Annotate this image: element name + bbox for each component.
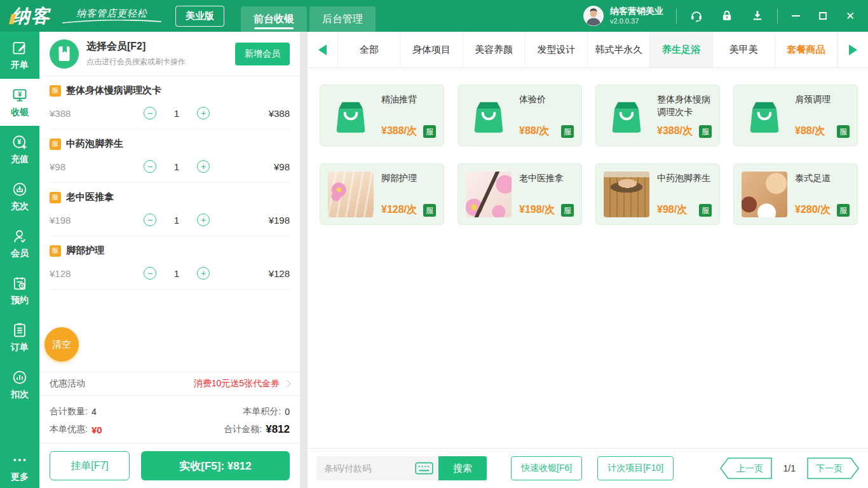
decrease-qty-button[interactable]: −: [144, 267, 156, 280]
product-grid: 精油推背 ¥388/次 服: [308, 68, 868, 448]
product-card[interactable]: 体验价 ¥88/次 服: [458, 85, 582, 146]
add-member-button[interactable]: 新增会员: [235, 43, 290, 65]
category-tab[interactable]: 套餐商品: [775, 32, 837, 67]
product-name: 脚部护理: [381, 172, 436, 184]
cart-item-price: ¥388: [50, 108, 108, 119]
pay-button[interactable]: 实收[F5]: ¥812: [141, 451, 290, 480]
divider: [777, 8, 778, 24]
order-summary: 合计数量:4 本单积分:0 本单优惠:¥0 合计金额:¥812: [39, 396, 300, 443]
prev-page-button[interactable]: 上一页: [720, 458, 772, 479]
account-name: 纳客营销美业: [610, 6, 663, 17]
product-card[interactable]: 整体身体慢病调理次卡 ¥388/次 服: [595, 85, 720, 146]
category-tab[interactable]: 美容养颜: [463, 32, 526, 67]
category-tab[interactable]: 全部: [338, 32, 400, 67]
minimize-button[interactable]: [790, 11, 801, 21]
member-card-icon: [50, 39, 79, 69]
slogan-underline: [61, 20, 163, 24]
decrease-qty-button[interactable]: −: [144, 214, 156, 226]
sidebar-item[interactable]: 预约: [0, 267, 39, 314]
product-price: ¥388/次: [657, 125, 693, 138]
service-badge: 服: [50, 139, 61, 150]
product-price: ¥280/次: [795, 203, 831, 217]
quick-cashier-button[interactable]: 快速收银[F6]: [511, 456, 582, 480]
nav-tab[interactable]: 前台收银: [241, 6, 307, 32]
sidebar-item[interactable]: 充次: [0, 173, 39, 220]
pagination: 上一页 1/1 下一页: [720, 458, 859, 479]
category-tab[interactable]: 身体项目: [400, 32, 463, 67]
increase-qty-button[interactable]: +: [197, 107, 210, 119]
points-value: 0: [285, 407, 290, 417]
cart-item-name: 整体身体慢病调理次卡: [66, 85, 161, 97]
promo-value: 消费10元送5张代金券: [194, 378, 280, 390]
increase-qty-button[interactable]: +: [197, 214, 210, 226]
product-card[interactable]: 老中医推拿 ¥198/次 服: [458, 163, 582, 225]
main-nav-tabs: 前台收银后台管理: [241, 6, 376, 32]
hold-order-button[interactable]: 挂单[F7]: [50, 451, 130, 480]
sidebar-item[interactable]: 订单: [0, 314, 39, 361]
recharge-icon: ¥: [11, 134, 29, 151]
cart-item-price: ¥198: [50, 215, 108, 226]
category-tabs: 全部身体项目美容养颜发型设计韩式半永久养生足浴美甲美套餐商品: [338, 32, 837, 67]
product-price: ¥88/次: [519, 125, 549, 138]
sidebar-item[interactable]: 会员: [0, 220, 39, 267]
cart-item-name: 脚部护理: [66, 245, 104, 257]
more-icon: [11, 452, 29, 469]
sidebar-item[interactable]: ¥ 充值: [0, 126, 39, 173]
order-icon: [11, 322, 29, 339]
times-icon: [11, 181, 29, 198]
clear-cart-button[interactable]: 清空: [44, 327, 79, 362]
product-card[interactable]: 精油推背 ¥388/次 服: [320, 85, 444, 146]
promo-row[interactable]: 优惠活动 消费10元送5张代金券: [39, 372, 300, 396]
product-bag-icon: [466, 93, 512, 139]
customer-service-icon[interactable]: [689, 9, 703, 23]
cart-item-total: ¥198: [245, 215, 290, 226]
categories-scroll-right-button[interactable]: [837, 32, 868, 67]
promo-label: 优惠活动: [50, 378, 85, 390]
maximize-icon: [819, 12, 827, 20]
decrease-qty-button[interactable]: −: [144, 160, 156, 173]
cart-item-price: ¥128: [50, 268, 108, 279]
product-card[interactable]: 中药泡脚养生 ¥98/次 服: [595, 163, 720, 225]
category-tab[interactable]: 发型设计: [526, 32, 588, 67]
sidebar-item[interactable]: 更多: [0, 446, 39, 488]
sidebar: 开单 ¥ 收银 ¥ 充值 充次 会员 预约: [0, 32, 39, 488]
category-tab[interactable]: 美甲美: [713, 32, 775, 67]
service-type-badge: 服: [423, 125, 436, 138]
member-select-row[interactable]: 选择会员[F2] 点击进行会员搜索或刷卡操作 新增会员: [39, 32, 300, 76]
nav-tab[interactable]: 后台管理: [309, 6, 376, 32]
edition-button[interactable]: 美业版: [175, 6, 224, 27]
cart-list: 清空 服 整体身体慢病调理次卡 ¥388 − 1 +: [39, 76, 300, 372]
lock-icon[interactable]: [720, 9, 734, 23]
keyboard-icon[interactable]: [415, 462, 433, 475]
decrease-qty-button[interactable]: −: [144, 107, 156, 119]
increase-qty-button[interactable]: +: [197, 267, 210, 280]
product-card[interactable]: 肩颈调理 ¥88/次 服: [733, 85, 858, 146]
product-price: ¥388/次: [381, 125, 417, 138]
download-icon[interactable]: [750, 9, 764, 23]
categories-scroll-left-button[interactable]: [308, 32, 338, 67]
product-name: 整体身体慢病调理次卡: [657, 93, 712, 118]
sidebar-item[interactable]: ¥ 收银: [0, 79, 39, 126]
sidebar-item[interactable]: 开单: [0, 32, 39, 79]
cart-item-qty: 1: [173, 268, 180, 279]
product-card[interactable]: 泰式足道 ¥280/次 服: [733, 163, 858, 225]
svg-text:上一页: 上一页: [736, 463, 763, 473]
cart-item-qty: 1: [173, 108, 180, 119]
increase-qty-button[interactable]: +: [197, 160, 210, 173]
product-card[interactable]: 脚部护理 ¥128/次 服: [320, 163, 444, 225]
category-tab[interactable]: 养生足浴: [650, 32, 712, 67]
header-right: 纳客营销美业 v2.0.0.37: [583, 5, 868, 27]
service-badge: 服: [50, 245, 61, 257]
next-page-button[interactable]: 下一页: [807, 458, 859, 479]
discount-value: ¥0: [92, 424, 102, 435]
search-button[interactable]: 搜索: [438, 456, 487, 480]
count-item-button[interactable]: 计次项目[F10]: [597, 456, 674, 480]
category-tab[interactable]: 韩式半永久: [588, 32, 650, 67]
cart-item-row: 服 整体身体慢病调理次卡 ¥388 − 1 + ¥388: [50, 76, 290, 130]
close-button[interactable]: ✕: [845, 11, 855, 21]
maximize-button[interactable]: [818, 11, 828, 21]
checkout-panel: 选择会员[F2] 点击进行会员搜索或刷卡操作 新增会员 清空 服 整体身体慢病调…: [39, 32, 300, 488]
product-price: ¥88/次: [795, 125, 825, 138]
product-bag-icon: [328, 93, 374, 139]
sidebar-item[interactable]: 扣次: [0, 361, 39, 408]
